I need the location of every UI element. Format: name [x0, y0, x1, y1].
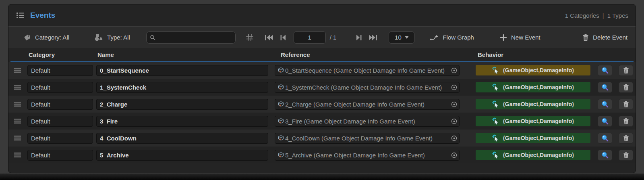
scriptable-object-icon [277, 152, 284, 159]
inspect-button[interactable] [598, 99, 612, 110]
inspect-button[interactable] [598, 82, 612, 93]
drag-handle[interactable] [13, 152, 27, 158]
event-name-input[interactable] [96, 82, 268, 93]
drag-handle[interactable] [13, 84, 27, 90]
cursor-click-icon [492, 84, 499, 91]
column-header-name: Name [96, 51, 275, 58]
category-input[interactable] [27, 65, 93, 76]
object-picker-icon[interactable] [451, 135, 458, 142]
reference-value: 0_StartSequence (Game Object Damage Info… [285, 67, 451, 74]
delete-row-button[interactable] [619, 99, 633, 110]
grid-view-icon[interactable] [245, 33, 254, 42]
scriptable-object-icon [277, 101, 284, 108]
drag-handle[interactable] [13, 101, 27, 107]
delete-row-button[interactable] [619, 133, 633, 144]
trash-icon [623, 101, 629, 108]
drag-handle[interactable] [13, 118, 27, 124]
reference-object-field[interactable]: 5_Archive (Game Object Damage Info Game … [275, 150, 460, 161]
reference-object-field[interactable]: 1_SystemCheck (Game Object Damage Info G… [275, 82, 460, 93]
table-row: 5_Archive (Game Object Damage Info Game … [8, 147, 636, 163]
reference-object-field[interactable]: 4_CoolDown (Game Object Damage Info Game… [275, 133, 460, 144]
object-picker-icon[interactable] [451, 84, 458, 91]
next-page-button[interactable] [352, 34, 365, 41]
behavior-badge[interactable]: (GameObject,DamageInfo) [476, 133, 590, 143]
reference-value: 5_Archive (Game Object Damage Info Game … [285, 152, 451, 159]
reference-object-field[interactable]: 3_Fire (Game Object Damage Info Game Eve… [275, 116, 460, 127]
previous-page-button[interactable] [277, 34, 290, 41]
object-picker-icon[interactable] [451, 101, 458, 108]
search-icon [150, 35, 155, 40]
drag-handle[interactable] [13, 135, 27, 141]
category-filter-button[interactable]: Category: All [23, 33, 69, 42]
page-size-dropdown[interactable]: 10 [389, 31, 414, 44]
behavior-badge[interactable]: (GameObject,DamageInfo) [476, 82, 590, 92]
event-name-input[interactable] [96, 133, 268, 144]
search-input[interactable] [158, 34, 232, 41]
trash-icon [623, 118, 629, 125]
object-picker-icon[interactable] [451, 118, 458, 125]
behavior-label: (GameObject,DamageInfo) [503, 118, 574, 124]
table-header: Category Name Reference Behavior [8, 48, 636, 61]
behavior-badge[interactable]: (GameObject,DamageInfo) [476, 116, 590, 126]
toolbar: Category: All Type: All [8, 27, 636, 48]
chevron-down-icon [405, 36, 409, 39]
behavior-badge[interactable]: (GameObject,DamageInfo) [476, 99, 590, 109]
category-input[interactable] [27, 133, 93, 144]
new-event-label: New Event [511, 34, 540, 41]
pagination: / 1 10 [261, 31, 415, 44]
behavior-label: (GameObject,DamageInfo) [503, 67, 574, 73]
page-title: Events [30, 11, 55, 20]
behavior-label: (GameObject,DamageInfo) [503, 101, 574, 107]
search-box [146, 31, 236, 44]
window-bottom-edge [0, 174, 644, 180]
flow-graph-button[interactable]: Flow Graph [430, 33, 474, 42]
delete-row-button[interactable] [619, 82, 633, 93]
reference-value: 3_Fire (Game Object Damage Info Game Eve… [285, 118, 451, 125]
drag-handle[interactable] [13, 67, 27, 73]
delete-row-button[interactable] [619, 116, 633, 127]
type-filter-label: Type: All [107, 34, 130, 41]
inspect-button[interactable] [598, 116, 612, 127]
column-header-behavior: Behavior [476, 51, 636, 58]
delete-row-button[interactable] [619, 65, 633, 76]
page-number-input[interactable] [294, 31, 326, 44]
inspect-button[interactable] [598, 133, 612, 144]
cursor-click-icon [492, 117, 499, 125]
event-name-input[interactable] [96, 65, 268, 76]
delete-row-button[interactable] [619, 150, 633, 161]
event-name-input[interactable] [96, 116, 268, 127]
inspect-button[interactable] [598, 150, 612, 161]
category-input[interactable] [27, 150, 93, 161]
events-table-body: 0_StartSequence (Game Object Damage Info… [8, 62, 636, 163]
behavior-badge[interactable]: (GameObject,DamageInfo) [476, 65, 590, 75]
object-picker-icon[interactable] [451, 152, 458, 159]
column-header-reference: Reference [275, 51, 476, 58]
types-count: 1 Types [607, 12, 628, 19]
behavior-badge[interactable]: (GameObject,DamageInfo) [476, 150, 590, 160]
reference-object-field[interactable]: 2_Charge (Game Object Damage Info Game E… [275, 99, 460, 110]
last-page-button[interactable] [365, 34, 381, 41]
category-input[interactable] [27, 82, 93, 93]
type-filter-button[interactable]: Type: All [94, 33, 130, 42]
reference-object-field[interactable]: 0_StartSequence (Game Object Damage Info… [275, 65, 460, 76]
event-name-input[interactable] [96, 99, 268, 110]
new-event-button[interactable]: New Event [500, 34, 540, 41]
category-input[interactable] [27, 99, 93, 110]
table-row: 2_Charge (Game Object Damage Info Game E… [8, 96, 636, 113]
table-row: 0_StartSequence (Game Object Damage Info… [8, 62, 636, 79]
object-picker-icon[interactable] [451, 67, 458, 74]
category-input[interactable] [27, 116, 93, 127]
behavior-label: (GameObject,DamageInfo) [503, 84, 574, 90]
panel-header: Events 1 Categories | 1 Types [8, 4, 636, 26]
summary-counts: 1 Categories | 1 Types [565, 12, 628, 19]
page-total-label: / 1 [330, 34, 337, 41]
delete-event-button[interactable]: Delete Event [582, 34, 627, 41]
inspect-button[interactable] [598, 65, 612, 76]
event-name-input[interactable] [96, 150, 268, 161]
tag-icon [23, 33, 31, 42]
reference-value: 1_SystemCheck (Game Object Damage Info G… [285, 84, 451, 91]
first-page-button[interactable] [261, 34, 277, 41]
trash-icon [623, 152, 629, 159]
delete-event-label: Delete Event [593, 34, 627, 41]
plus-icon [500, 34, 507, 41]
